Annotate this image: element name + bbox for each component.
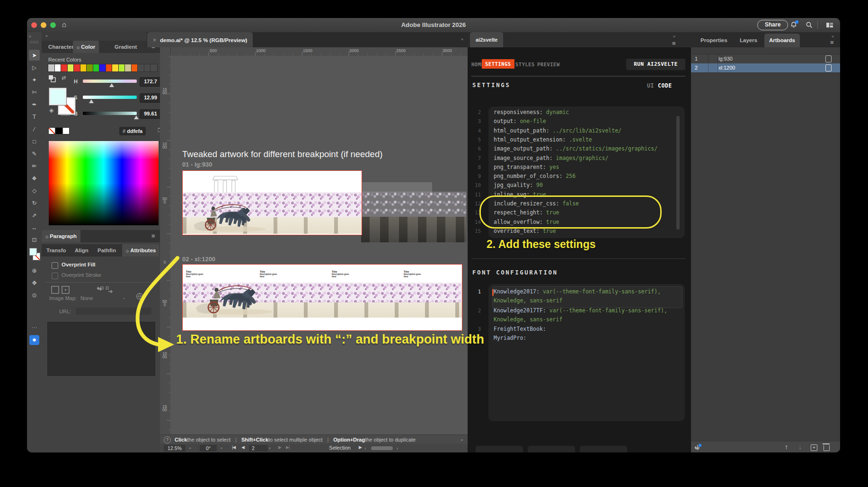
- font-line-wrap[interactable]: Knowledge, sans-serif: [494, 316, 562, 323]
- font-line-wrap[interactable]: Knowledge, sans-serif: [494, 297, 562, 304]
- settings-line[interactable]: 3output: one-file: [471, 118, 546, 124]
- doc-tab-overflow-icon[interactable]: »: [461, 37, 463, 42]
- saturation-value[interactable]: 12.99: [140, 93, 161, 103]
- move-up-icon[interactable]: ↑: [785, 443, 788, 451]
- minimize-window-button[interactable]: [41, 22, 46, 28]
- settings-line[interactable]: 2responsiveness: dynamic: [471, 109, 569, 115]
- cube-icon[interactable]: ◈: [49, 107, 53, 114]
- artboards-panel-menu-icon[interactable]: ≡: [830, 39, 834, 46]
- none-swatch[interactable]: [49, 128, 55, 134]
- tab-pathfinder[interactable]: Pathfin: [94, 244, 120, 257]
- recent-swatch[interactable]: [125, 64, 132, 71]
- help-icon[interactable]: ?: [164, 436, 171, 443]
- rotation-field[interactable]: 0°: [200, 445, 217, 452]
- tab-ai2svelte[interactable]: ai2svelte: [470, 32, 503, 47]
- eraser-tool[interactable]: ◇: [29, 185, 40, 196]
- image-map-value[interactable]: None: [80, 295, 93, 301]
- tab-paragraph[interactable]: ◇Paragraph: [42, 230, 80, 242]
- last-artboard-icon[interactable]: ▶|: [286, 445, 289, 450]
- attributes-list-box[interactable]: [47, 322, 155, 376]
- tab-layers[interactable]: Layers: [735, 34, 762, 47]
- settings-line[interactable]: 4html_output_path: ../src/lib/ai2svelte/: [471, 127, 621, 134]
- search-icon[interactable]: [806, 21, 813, 29]
- nav-preview[interactable]: PREVIEW: [537, 62, 560, 67]
- artboard-row-xl1200-selected[interactable]: 2 xl:1200: [691, 63, 840, 73]
- black-swatch[interactable]: [56, 128, 62, 134]
- prev-artboard-icon[interactable]: ◀: [241, 445, 244, 450]
- close-document-icon[interactable]: ×: [153, 37, 156, 44]
- horizontal-scrollbar-thumb[interactable]: [371, 446, 393, 450]
- move-down-icon[interactable]: ↓: [798, 443, 802, 451]
- document-canvas[interactable]: Tweaked artwork for different breakpoint…: [170, 56, 468, 434]
- scale-tool[interactable]: ⇗: [29, 210, 40, 221]
- artboard-page-icon[interactable]: [825, 55, 832, 62]
- rectangle-tool[interactable]: □: [29, 136, 40, 147]
- magic-wand-tool[interactable]: ✦: [29, 74, 40, 85]
- status-mode-label[interactable]: Selection: [302, 445, 378, 451]
- recent-swatch[interactable]: [74, 64, 80, 71]
- tab-artboards[interactable]: Artboards: [764, 34, 800, 47]
- zoom-chevron-icon[interactable]: ⌄: [188, 445, 192, 450]
- show-hide-center-icons[interactable]: [51, 286, 70, 294]
- settings-scrollbar[interactable]: [676, 116, 680, 230]
- overprint-stroke-checkbox[interactable]: [52, 273, 58, 279]
- artboard-tool[interactable]: ✥: [29, 277, 40, 288]
- status-expand-icon[interactable]: ▶: [359, 445, 362, 450]
- font-line[interactable]: 4MyriadPro:: [471, 335, 526, 341]
- recent-swatch[interactable]: [55, 64, 62, 71]
- brightness-value[interactable]: 99.61: [140, 109, 161, 119]
- tab-gradient[interactable]: Gradient: [111, 41, 141, 53]
- recent-swatch[interactable]: [112, 64, 119, 71]
- next-artboard-icon[interactable]: ▶: [278, 445, 281, 450]
- recent-swatch[interactable]: [119, 64, 125, 71]
- rotation-chevron-icon[interactable]: ⌄: [220, 445, 223, 450]
- lasso-tool[interactable]: ✄: [29, 87, 40, 97]
- fill-color-well[interactable]: [49, 88, 67, 106]
- brightness-slider[interactable]: [83, 112, 137, 115]
- tab-transform[interactable]: Transfo: [43, 244, 70, 257]
- fill-color-swatch[interactable]: [29, 248, 37, 256]
- run-ai2svelte-button[interactable]: RUN AI2SVELTE: [626, 59, 685, 70]
- pen-tool[interactable]: ✒: [29, 99, 40, 110]
- nav-settings[interactable]: SETTINGS: [482, 59, 514, 69]
- settings-line[interactable]: 7image_source_path: images/graphics/: [471, 155, 608, 161]
- reverse-path-direction-icons[interactable]: [95, 286, 116, 294]
- saturation-slider[interactable]: [83, 96, 137, 99]
- artboard-xl1200[interactable]: Title Description goes here Title Descri…: [182, 264, 462, 331]
- settings-line[interactable]: 9png_number_of_colors: 256: [471, 173, 576, 179]
- first-artboard-icon[interactable]: |◀: [232, 445, 235, 450]
- font-line[interactable]: 1Knowledge2017: var(--theme-font-family-…: [471, 288, 661, 295]
- free-transform-tool[interactable]: ⊡: [29, 234, 40, 245]
- selection-tool[interactable]: ➤: [29, 50, 40, 61]
- tab-attributes[interactable]: ◇Attributes: [122, 244, 159, 257]
- settings-line[interactable]: 11inline_svg: true: [471, 191, 546, 198]
- code-toggle[interactable]: CODE: [658, 82, 672, 89]
- settings-line[interactable]: 8png_transparent: yes: [471, 164, 559, 170]
- plugin-bottom-button[interactable]: [580, 446, 627, 452]
- width-tool[interactable]: ↔: [29, 222, 40, 233]
- tab-align[interactable]: Align: [71, 244, 92, 257]
- delete-artboard-icon[interactable]: [824, 445, 830, 451]
- settings-line[interactable]: 5html_output_extension: .svelte: [471, 136, 592, 143]
- zoom-level-field[interactable]: 12.5%: [164, 445, 186, 452]
- hex-value-field[interactable]: # ddfefa: [119, 127, 146, 135]
- line-segment-tool[interactable]: ∕: [29, 124, 40, 134]
- settings-line[interactable]: 12include_resizer_css: false: [471, 200, 579, 207]
- artboard-row-lg930[interactable]: 1 lg:930: [691, 54, 840, 64]
- recent-swatch[interactable]: [80, 64, 87, 71]
- ui-toggle[interactable]: UI: [647, 82, 654, 89]
- shaper-tool[interactable]: ❖: [29, 173, 40, 184]
- tab-properties[interactable]: Properties: [696, 34, 732, 47]
- bell-icon[interactable]: [790, 21, 797, 29]
- plugin-menu-icon[interactable]: ≡: [672, 40, 676, 47]
- nav-styles[interactable]: STYLES: [515, 62, 535, 67]
- artboard-number-field[interactable]: 2: [249, 445, 268, 452]
- plugin-overflow-icon[interactable]: »: [673, 34, 675, 39]
- hue-slider[interactable]: [83, 80, 137, 83]
- scroll-right-icon[interactable]: ›: [397, 446, 398, 451]
- hint-chevron-icon[interactable]: ⌄: [460, 436, 464, 442]
- home-icon[interactable]: ⌂: [62, 20, 66, 28]
- hue-value[interactable]: 172.7: [140, 77, 161, 87]
- recent-swatch[interactable]: [99, 64, 106, 71]
- paintbrush-tool[interactable]: ✎: [29, 148, 40, 159]
